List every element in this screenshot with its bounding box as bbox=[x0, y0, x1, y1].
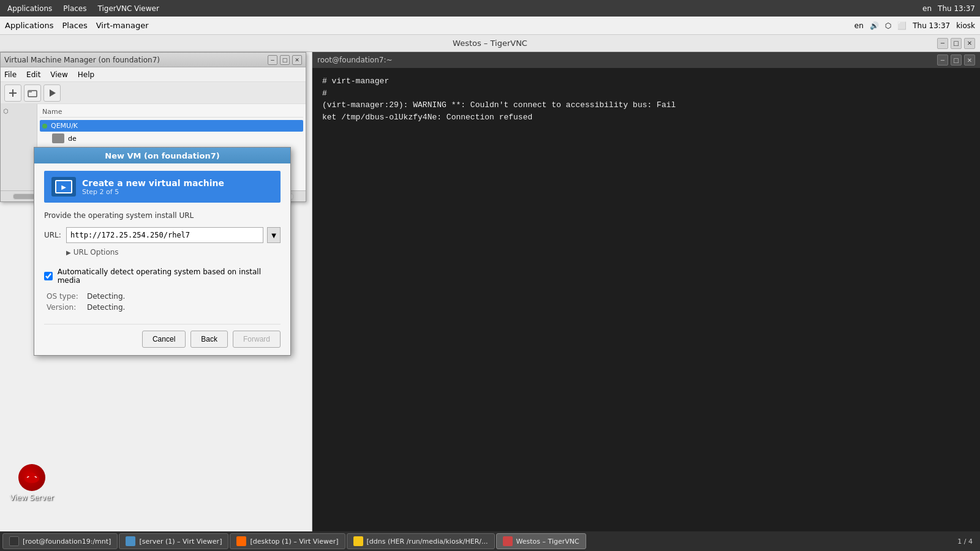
vm-menu-help[interactable]: Help bbox=[78, 70, 94, 79]
top-bar-right: en Thu 13:37 bbox=[922, 4, 975, 13]
right-panel: root@foundation7:~ − □ ✕ # virt-manager … bbox=[312, 52, 980, 551]
taskbar-item-label-4: [ddns (HER /run/media/kiosk/HER/... bbox=[367, 538, 488, 545]
vm-sidebar: ⬡ bbox=[1, 104, 37, 201]
taskbar-item-ddns[interactable]: [ddns (HER /run/media/kiosk/HER/... bbox=[347, 533, 495, 549]
os-info: OS type: Detecting. Version: Detecting. bbox=[44, 292, 281, 312]
terminal-line-3: (virt-manager:29): WARNING **: Couldn't … bbox=[322, 99, 970, 111]
virt-manager-minimize-btn[interactable]: − bbox=[268, 55, 277, 65]
url-input[interactable] bbox=[66, 227, 263, 243]
vm-group-item[interactable]: QEMU/K bbox=[40, 120, 303, 132]
terminal-maximize-btn[interactable]: □ bbox=[951, 54, 962, 66]
os-type-row: OS type: Detecting. bbox=[47, 292, 281, 301]
secondary-applications-menu[interactable]: Applications bbox=[5, 21, 53, 30]
dialog-description: Provide the operating system install URL bbox=[44, 211, 281, 220]
expand-arrow-icon: ▶ bbox=[66, 249, 71, 256]
virt-manager-titlebar: Virtual Machine Manager (on foundation7)… bbox=[1, 53, 306, 67]
version-row: Version: Detecting. bbox=[47, 303, 281, 312]
tigervnc-close-btn[interactable]: ✕ bbox=[964, 38, 975, 49]
virt-manager-toolbar bbox=[1, 82, 306, 104]
version-value: Detecting. bbox=[87, 303, 125, 312]
step-title: Create a new virtual machine bbox=[82, 178, 224, 188]
forward-button[interactable]: Forward bbox=[233, 331, 281, 348]
tigervnc-title-text: Westos – TigerVNC bbox=[453, 39, 527, 48]
svg-point-6 bbox=[28, 473, 36, 478]
taskbar-item-server[interactable]: [server (1) – Virt Viewer] bbox=[119, 533, 228, 549]
url-dropdown-button[interactable]: ▼ bbox=[267, 227, 281, 243]
taskbar-page-indicator: 1 / 4 bbox=[957, 538, 978, 545]
top-applications-menu[interactable]: Applications bbox=[5, 3, 55, 14]
vm-group-label: QEMU/K bbox=[51, 122, 78, 130]
top-bar-left: Applications Places TigerVNC Viewer bbox=[5, 3, 162, 14]
desktop-taskbar-icon bbox=[236, 536, 246, 546]
os-type-value: Detecting. bbox=[87, 292, 125, 301]
terminal-minimize-btn[interactable]: − bbox=[937, 54, 948, 66]
auto-detect-row: Automatically detect operating system ba… bbox=[44, 268, 281, 285]
virt-manager-title-controls: − □ ✕ bbox=[268, 55, 302, 65]
left-panel: Virtual Machine Manager (on foundation7)… bbox=[0, 52, 312, 551]
secondary-display-icon: ⬜ bbox=[897, 21, 907, 30]
terminal-close-btn[interactable]: ✕ bbox=[964, 54, 975, 66]
terminal-line-2: # bbox=[322, 88, 970, 100]
terminal-controls: − □ ✕ bbox=[937, 54, 975, 66]
list-item[interactable]: de bbox=[40, 132, 303, 145]
vm-menu-view[interactable]: View bbox=[50, 70, 67, 79]
server-taskbar-icon bbox=[126, 536, 135, 546]
cancel-button[interactable]: Cancel bbox=[142, 331, 186, 348]
url-label: URL: bbox=[44, 231, 62, 239]
view-server-icon[interactable]: View Server bbox=[10, 464, 54, 502]
toolbar-new-btn[interactable] bbox=[4, 84, 21, 102]
terminal-titlebar: root@foundation7:~ − □ ✕ bbox=[312, 52, 980, 68]
top-tigervnc-menu[interactable]: TigerVNC Viewer bbox=[95, 3, 161, 14]
virt-manager-maximize-btn[interactable]: □ bbox=[280, 55, 290, 65]
dialog-title: New VM (on foundation7) bbox=[105, 151, 219, 160]
dialog-body: Create a new virtual machine Step 2 of 5… bbox=[34, 163, 290, 355]
tigervnc-titlebar: Westos – TigerVNC − □ ✕ bbox=[0, 35, 980, 52]
svg-rect-1 bbox=[12, 89, 13, 97]
url-options-label: URL Options bbox=[74, 248, 119, 257]
taskbar-item-vnc[interactable]: Westos – TigerVNC bbox=[496, 533, 586, 549]
terminal-body: # virt-manager # (virt-manager:29): WARN… bbox=[312, 68, 980, 130]
vnc-taskbar-icon bbox=[503, 536, 513, 546]
tigervnc-maximize-btn[interactable]: □ bbox=[951, 38, 962, 49]
dialog-buttons: Cancel Back Forward bbox=[44, 324, 281, 348]
new-vm-dialog: New VM (on foundation7) Create a new vir… bbox=[34, 147, 291, 356]
os-type-label: OS type: bbox=[47, 292, 83, 301]
step-banner: Create a new virtual machine Step 2 of 5 bbox=[44, 171, 281, 203]
vm-menu-file[interactable]: File bbox=[4, 70, 17, 79]
toolbar-action-btn[interactable] bbox=[43, 84, 61, 102]
taskbar: [root@foundation19:/mnt] [server (1) – V… bbox=[0, 531, 980, 551]
vm-item-name-1: de bbox=[68, 135, 77, 143]
toolbar-open-btn[interactable] bbox=[24, 84, 41, 102]
vm-menu-edit[interactable]: Edit bbox=[26, 70, 40, 79]
top-places-menu[interactable]: Places bbox=[61, 3, 89, 14]
secondary-virtmanager-btn[interactable]: Virt-manager bbox=[96, 21, 149, 30]
auto-detect-checkbox[interactable] bbox=[44, 272, 53, 280]
step-subtitle: Step 2 of 5 bbox=[82, 188, 224, 196]
secondary-bar-right: en 🔊 ⬡ ⬜ Thu 13:37 kiosk bbox=[854, 21, 975, 30]
secondary-kiosk: kiosk bbox=[956, 21, 975, 30]
taskbar-item-label-5: Westos – TigerVNC bbox=[516, 538, 579, 545]
desktop-icon-area: View Server bbox=[10, 464, 54, 502]
taskbar-item-desktop[interactable]: [desktop (1) – Virt Viewer] bbox=[230, 533, 345, 549]
svg-marker-4 bbox=[50, 89, 56, 97]
secondary-datetime: Thu 13:37 bbox=[913, 21, 950, 30]
taskbar-item-terminal[interactable]: [root@foundation19:/mnt] bbox=[2, 533, 118, 549]
top-system-bar: Applications Places TigerVNC Viewer en T… bbox=[0, 0, 980, 17]
vm-item-icon bbox=[52, 133, 64, 143]
terminal-line-1: # virt-manager bbox=[322, 75, 970, 88]
url-options-row[interactable]: ▶ URL Options bbox=[44, 248, 281, 257]
secondary-volume-icon[interactable]: 🔊 bbox=[870, 21, 879, 30]
vm-group-status-dot bbox=[42, 124, 47, 129]
secondary-bar: Applications Places Virt-manager en 🔊 ⬡ … bbox=[0, 17, 980, 35]
url-row: URL: ▼ bbox=[44, 227, 281, 243]
auto-detect-label[interactable]: Automatically detect operating system ba… bbox=[58, 268, 281, 285]
secondary-places-menu[interactable]: Places bbox=[62, 21, 87, 30]
tigervnc-minimize-btn[interactable]: − bbox=[937, 38, 948, 49]
main-content: Virtual Machine Manager (on foundation7)… bbox=[0, 52, 980, 551]
top-datetime: Thu 13:37 bbox=[938, 4, 975, 13]
virt-manager-menubar: File Edit View Help bbox=[1, 67, 306, 82]
vm-list-header: Name bbox=[40, 107, 303, 118]
back-button[interactable]: Back bbox=[190, 331, 228, 348]
taskbar-item-label-1: [root@foundation19:/mnt] bbox=[23, 538, 111, 545]
virt-manager-close-btn[interactable]: ✕ bbox=[292, 55, 302, 65]
